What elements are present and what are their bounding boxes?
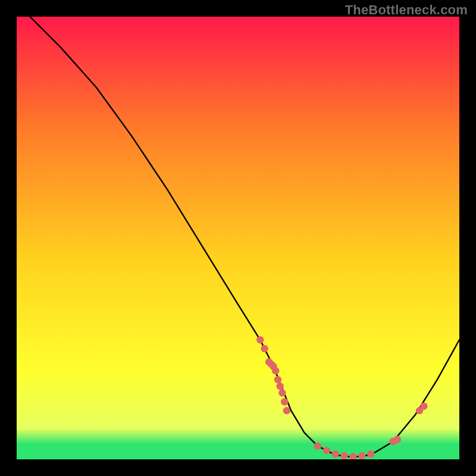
data-point	[272, 367, 279, 374]
chart-svg	[17, 17, 459, 459]
watermark-text: TheBottleneck.com	[345, 2, 468, 18]
data-point	[314, 442, 321, 449]
data-point	[420, 403, 427, 410]
data-point	[261, 345, 268, 352]
data-point	[358, 452, 365, 459]
data-point	[340, 452, 347, 459]
data-point	[283, 407, 290, 414]
data-point	[274, 376, 281, 383]
data-point	[281, 398, 288, 405]
data-point	[256, 336, 264, 343]
data-point	[323, 447, 330, 454]
data-point	[367, 450, 374, 458]
chart-plot-area	[17, 17, 459, 459]
data-point	[276, 383, 283, 390]
data-point	[394, 436, 401, 443]
svg-rect-0	[17, 17, 459, 459]
data-point	[278, 389, 286, 396]
data-point	[331, 450, 339, 458]
